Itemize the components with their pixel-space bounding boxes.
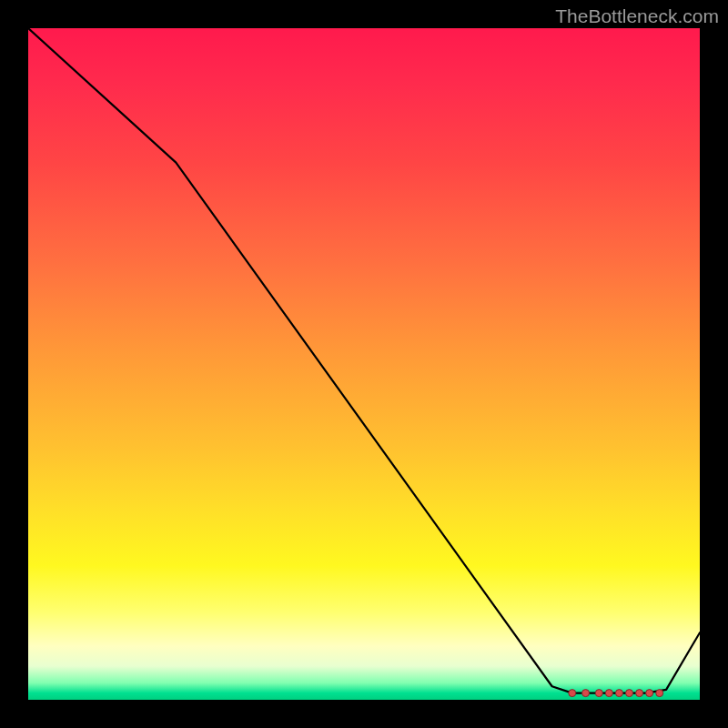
data-marker xyxy=(646,690,653,697)
watermark-text: TheBottleneck.com xyxy=(555,5,719,27)
data-marker xyxy=(595,690,602,697)
chart-svg xyxy=(28,28,700,700)
data-marker xyxy=(615,690,622,697)
data-markers xyxy=(569,690,663,697)
data-marker xyxy=(656,690,663,697)
data-marker xyxy=(582,690,590,697)
plot-area xyxy=(28,28,700,700)
data-marker xyxy=(636,690,643,697)
data-line xyxy=(28,28,700,693)
data-marker xyxy=(569,690,576,697)
data-marker xyxy=(626,690,633,697)
chart-frame: TheBottleneck.com xyxy=(0,0,728,728)
data-marker xyxy=(605,690,612,697)
